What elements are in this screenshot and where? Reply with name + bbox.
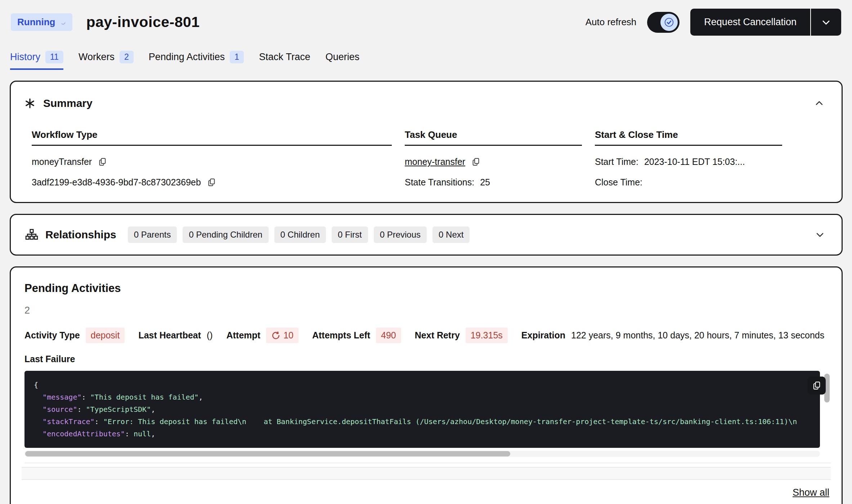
page-title: pay-invoice-801 xyxy=(86,14,199,31)
copy-run-id-button[interactable] xyxy=(207,177,216,187)
relationships-title-group: Relationships 0 Parents 0 Pending Childr… xyxy=(25,226,470,243)
tab-label: Pending Activities xyxy=(149,51,225,63)
tab-label: Workers xyxy=(79,51,115,63)
summary-card: Summary Workflow Type moneyTransfer xyxy=(10,81,843,203)
close-time-row: Close Time: xyxy=(595,177,782,188)
auto-refresh-toggle[interactable] xyxy=(647,12,680,33)
task-queue-column: Task Queue money-transfer State Transiti… xyxy=(405,129,582,188)
task-queue-header: Task Queue xyxy=(405,129,582,146)
tab-history[interactable]: History 11 xyxy=(10,51,63,70)
summary-title-group: Summary xyxy=(24,97,93,109)
show-all-link[interactable]: Show all xyxy=(793,487,829,498)
workflow-type-value: moneyTransfer xyxy=(32,157,92,167)
hierarchy-icon xyxy=(25,229,38,241)
pending-children-badge: 0 Pending Children xyxy=(183,226,268,243)
cancellation-menu-button[interactable] xyxy=(810,9,841,36)
request-cancellation-split-button: Request Cancellation xyxy=(690,9,841,36)
tab-pending-activities[interactable]: Pending Activities 1 xyxy=(149,51,244,70)
times-header: Start & Close Time xyxy=(595,129,782,146)
attempt-value: 10 xyxy=(283,330,293,341)
tab-label: History xyxy=(10,51,40,63)
tab-label: Queries xyxy=(326,51,360,63)
children-badge: 0 Children xyxy=(274,226,326,243)
previous-badge: 0 Previous xyxy=(374,226,427,243)
code-horizontal-scrollbar-track xyxy=(24,451,820,457)
next-retry-label: Next Retry xyxy=(415,330,460,341)
relationship-badges: 0 Parents 0 Pending Children 0 Children … xyxy=(128,226,470,243)
last-failure-label: Last Failure xyxy=(24,354,831,364)
tab-bar: History 11 Workers 2 Pending Activities … xyxy=(10,51,852,70)
last-heartbeat-value: () xyxy=(207,330,213,341)
times-column: Start & Close Time Start Time: 2023-10-1… xyxy=(595,129,782,188)
parents-badge: 0 Parents xyxy=(128,226,177,243)
next-badge: 0 Next xyxy=(432,226,470,243)
summary-grid: Workflow Type moneyTransfer 3adf2199-e3d… xyxy=(24,129,826,188)
start-time-row: Start Time: 2023-10-11 EDT 15:03:... xyxy=(595,157,782,167)
code-horizontal-scrollbar-thumb[interactable] xyxy=(25,451,510,456)
attempt-field: Attempt 10 xyxy=(227,328,299,343)
last-failure-code-wrap: { "message": "This deposit has failed", … xyxy=(24,371,831,448)
attempt-label: Attempt xyxy=(227,330,260,341)
workflow-type-row: moneyTransfer xyxy=(32,157,392,167)
close-time-label: Close Time: xyxy=(595,177,642,188)
copy-task-queue-button[interactable] xyxy=(471,157,481,167)
status-spinner-icon xyxy=(60,19,66,25)
state-transitions-row: State Transitions: 25 xyxy=(405,177,582,188)
asterisk-icon xyxy=(24,98,35,109)
tab-stack-trace[interactable]: Stack Trace xyxy=(259,51,310,70)
chevron-down-icon xyxy=(814,229,826,240)
workflow-type-column: Workflow Type moneyTransfer 3adf2199-e3d… xyxy=(32,129,392,188)
activity-type-label: Activity Type xyxy=(24,330,80,341)
first-badge: 0 First xyxy=(332,226,368,243)
relationships-title: Relationships xyxy=(45,229,116,241)
divider xyxy=(24,463,831,463)
status-badge: Running xyxy=(11,13,72,31)
checkmark-icon xyxy=(664,18,674,27)
attempts-left-label: Attempts Left xyxy=(312,330,370,341)
chevron-down-icon xyxy=(820,17,832,28)
pending-activities-card: Pending Activities 2 Activity Type depos… xyxy=(10,266,843,504)
copy-workflow-type-button[interactable] xyxy=(98,157,107,167)
tab-queries[interactable]: Queries xyxy=(326,51,360,70)
start-time-value: 2023-10-11 EDT 15:03:... xyxy=(644,157,745,167)
pending-activities-count: 2 xyxy=(24,305,831,316)
next-retry-badge: 19.315s xyxy=(466,328,508,343)
state-transitions-value: 25 xyxy=(480,177,490,188)
status-label: Running xyxy=(17,17,55,28)
summary-header: Summary xyxy=(24,96,826,111)
retry-icon xyxy=(271,331,281,340)
activity-detail-row: Activity Type deposit Last Heartbeat () … xyxy=(24,328,831,343)
workflow-type-header: Workflow Type xyxy=(32,129,392,146)
auto-refresh-label: Auto refresh xyxy=(586,17,637,28)
collapsed-activity-strip xyxy=(22,467,831,480)
tab-count-badge: 1 xyxy=(230,51,244,63)
task-queue-row: money-transfer xyxy=(405,157,582,167)
expiration-field: Expiration 122 years, 9 months, 10 days,… xyxy=(521,330,824,341)
tab-count-badge: 2 xyxy=(120,51,134,63)
attempts-left-badge: 490 xyxy=(376,328,401,343)
last-heartbeat-label: Last Heartbeat xyxy=(138,330,201,341)
state-transitions-label: State Transitions: xyxy=(405,177,474,188)
relationships-card: Relationships 0 Parents 0 Pending Childr… xyxy=(10,214,843,256)
chevron-up-icon xyxy=(813,98,825,109)
summary-collapse-button[interactable] xyxy=(812,96,826,111)
copy-last-failure-button[interactable] xyxy=(808,377,826,395)
expiration-label: Expiration xyxy=(521,330,565,341)
top-bar-right: Auto refresh Request Cancellation xyxy=(586,9,841,36)
attempts-left-field: Attempts Left 490 xyxy=(312,328,401,343)
request-cancellation-button[interactable]: Request Cancellation xyxy=(690,9,810,36)
summary-title: Summary xyxy=(43,97,93,109)
attempt-badge: 10 xyxy=(266,328,299,343)
relationships-expand-button[interactable] xyxy=(813,228,827,242)
expiration-value: 122 years, 9 months, 10 days, 20 hours, … xyxy=(571,330,824,341)
toggle-knob xyxy=(660,14,678,31)
workflow-detail-page: Running pay-invoice-801 Auto refresh xyxy=(0,0,852,504)
task-queue-link[interactable]: money-transfer xyxy=(405,157,465,167)
run-id-row: 3adf2199-e3d8-4936-9bd7-8c87302369eb xyxy=(32,177,392,188)
tab-workers[interactable]: Workers 2 xyxy=(79,51,134,70)
show-all-row: Show all xyxy=(22,487,831,498)
top-bar-left: Running pay-invoice-801 xyxy=(11,13,200,31)
pending-activities-title: Pending Activities xyxy=(22,282,831,295)
top-bar: Running pay-invoice-801 Auto refresh xyxy=(0,0,852,36)
activity-type-field: Activity Type deposit xyxy=(24,328,125,343)
